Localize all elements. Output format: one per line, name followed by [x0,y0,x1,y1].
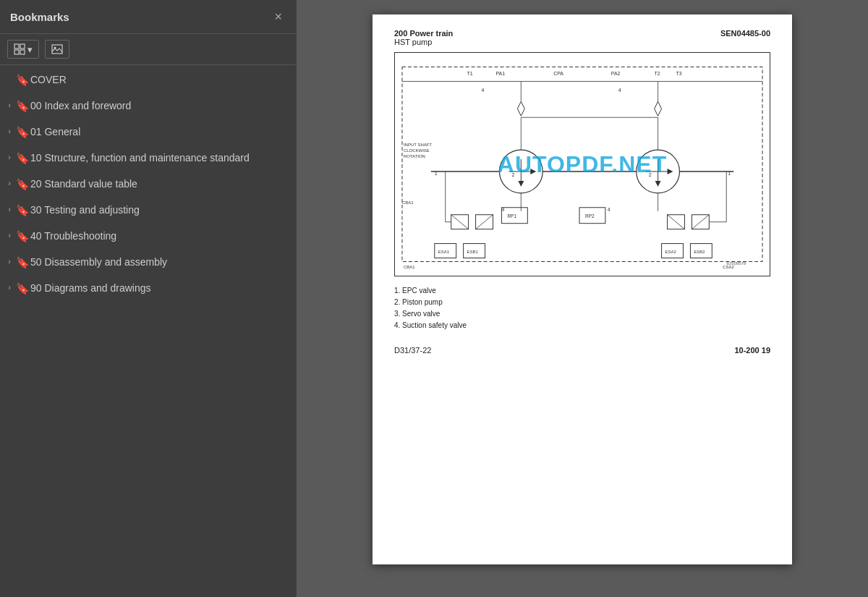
bookmark-icon-00: 🔖 [14,100,30,113]
bookmark-item-10[interactable]: › 🔖 10 Structure, function and maintenan… [0,146,297,172]
svg-marker-55 [517,101,524,116]
bookmark-label-20: 20 Standard value table [30,177,289,192]
bookmark-icon-cover: 🔖 [14,74,30,87]
bookmark-label-40: 40 Troubleshooting [30,229,289,244]
bookmark-item-90[interactable]: › 🔖 90 Diagrams and drawings [0,276,297,302]
svg-text:2: 2 [649,172,652,177]
legend-item-1: 1. EPC valve [394,285,770,297]
bookmark-item-50[interactable]: › 🔖 50 Disassembly and assembly [0,250,297,276]
svg-marker-19 [530,169,536,174]
svg-line-37 [692,215,709,229]
page-header-code: SEN04485-00 [720,29,770,38]
bookmark-label-30: 30 Testing and adjusting [30,203,289,218]
bookmark-label-00: 00 Index and foreword [30,99,289,114]
svg-text:4: 4 [482,88,485,93]
svg-marker-26 [655,181,661,187]
svg-marker-56 [655,101,662,116]
svg-text:ESA2: ESA2 [665,250,677,254]
svg-text:RP1: RP1 [507,213,516,219]
bookmark-label-50: 50 Disassembly and assembly [30,255,289,270]
image-tool-button[interactable] [45,40,69,59]
bookmark-item-30[interactable]: › 🔖 30 Testing and adjusting [0,198,297,224]
footer-left: D31/37-22 [394,346,431,355]
bookmark-item-20[interactable]: › 🔖 20 Standard value table [0,172,297,198]
svg-text:ESA1: ESA1 [438,250,450,254]
svg-rect-6 [402,67,762,262]
bookmark-item-01[interactable]: › 🔖 01 General [0,120,297,146]
svg-rect-2 [14,50,19,54]
svg-text:CLOCKWISE: CLOCKWISE [404,148,430,153]
bookmark-icon-20: 🔖 [14,178,30,191]
page-footer: D31/37-22 10-200 19 [394,346,770,355]
svg-text:T3: T3 [676,71,682,76]
bookmark-list: 🔖 COVER › 🔖 00 Index and foreword › 🔖 01… [0,65,297,597]
svg-text:INPUT SHAFT: INPUT SHAFT [404,143,432,147]
svg-line-35 [668,215,685,229]
svg-text:ESB2: ESB2 [694,250,705,254]
svg-text:PA1: PA1 [495,71,505,76]
bookmark-item-cover[interactable]: 🔖 COVER [0,68,297,94]
legend-item-2: 2. Piston pump [394,297,770,308]
bookmark-icon-40: 🔖 [14,230,30,243]
page-header-sub: HST pump [394,38,453,46]
chevron-40: › [0,231,14,240]
bookmark-label-01: 01 General [30,125,289,140]
svg-text:4: 4 [501,207,504,212]
bookmark-icon-01: 🔖 [14,126,30,139]
sidebar-title: Bookmarks [10,11,69,23]
svg-text:ESB1: ESB1 [467,250,479,254]
bookmark-item-40[interactable]: › 🔖 40 Troubleshooting [0,224,297,250]
bookmark-icon-90: 🔖 [14,282,30,295]
diagram-svg: T1 PA1 CPA PA2 T2 T3 INPUT SHAFT CLOCKWI… [395,53,770,276]
svg-rect-4 [52,45,62,54]
diagram-box: T1 PA1 CPA PA2 T2 T3 INPUT SHAFT CLOCKWI… [394,52,770,276]
svg-marker-21 [518,181,524,187]
bookmark-label-cover: COVER [30,73,289,88]
chevron-10: › [0,153,14,161]
svg-rect-0 [14,44,19,48]
chevron-20: › [0,179,14,187]
svg-text:4: 4 [608,207,610,212]
page-container: 200 Power train HST pump SEN04485-00 T1 … [373,14,792,564]
expand-tool-button[interactable]: ▾ [7,40,39,59]
svg-text:1: 1 [435,171,438,176]
svg-text:T1: T1 [467,71,473,76]
svg-text:2: 2 [511,172,514,177]
svg-marker-24 [668,169,673,174]
bookmark-icon-30: 🔖 [14,204,30,217]
svg-text:CPA: CPA [553,71,563,76]
legend-item-4: 4. Suction safety valve [394,320,770,331]
bookmark-icon-10: 🔖 [14,152,30,165]
bookmark-icon-50: 🔖 [14,256,30,269]
content-area: 200 Power train HST pump SEN04485-00 T1 … [297,0,868,597]
svg-text:ROTATION: ROTATION [404,154,425,158]
svg-text:CBA1: CBA1 [404,265,415,269]
svg-text:PA2: PA2 [611,71,621,76]
footer-right: 10-200 19 [734,346,770,355]
page-header-left: 200 Power train HST pump [394,29,453,46]
page-header: 200 Power train HST pump SEN04485-00 [394,29,770,46]
svg-text:9JS09579: 9JS09579 [726,261,746,266]
svg-line-33 [476,215,493,229]
sidebar: Bookmarks × ▾ 🔖 COVER [0,0,297,597]
bookmark-item-00[interactable]: › 🔖 00 Index and foreword [0,94,297,120]
svg-line-31 [451,215,469,229]
chevron-50: › [0,257,14,266]
svg-text:T2: T2 [655,71,660,76]
svg-rect-3 [20,50,25,54]
legend: 1. EPC valve 2. Piston pump 3. Servo val… [394,285,770,331]
expand-icon [14,43,25,55]
svg-text:CBA1: CBA1 [402,200,414,205]
svg-rect-1 [20,44,25,48]
bookmark-label-10: 10 Structure, function and maintenance s… [30,151,289,166]
bookmark-label-90: 90 Diagrams and drawings [30,281,289,296]
close-button[interactable]: × [270,9,286,25]
expand-label: ▾ [27,44,33,55]
legend-item-3: 3. Servo valve [394,308,770,320]
chevron-30: › [0,205,14,213]
svg-text:4: 4 [618,88,621,93]
chevron-01: › [0,127,14,135]
toolbar: ▾ [0,34,297,65]
svg-text:RP2: RP2 [585,213,595,219]
page-header-title: 200 Power train [394,29,453,38]
